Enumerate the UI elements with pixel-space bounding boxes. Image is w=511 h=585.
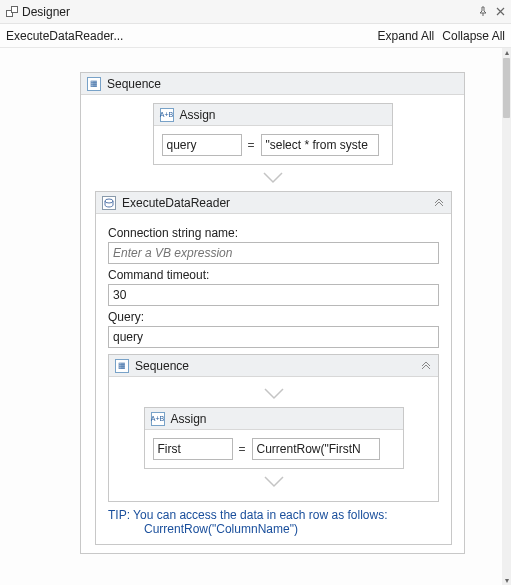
query-input[interactable] [108, 326, 439, 348]
database-icon [102, 196, 116, 210]
titlebar: Designer [0, 0, 511, 24]
assign-inner-left-input[interactable] [153, 438, 233, 460]
collapse-all-link[interactable]: Collapse All [442, 29, 505, 43]
designer-icon [6, 6, 18, 18]
tip-text: TIP: You can access the data in each row… [108, 508, 439, 536]
sequence-activity-inner[interactable]: ▦ Sequence A+B [108, 354, 439, 502]
sequence-activity-outer[interactable]: ▦ Sequence A+B Assign = [80, 72, 465, 554]
assign-activity-inner[interactable]: A+B Assign = [144, 407, 404, 469]
timeout-label: Command timeout: [108, 268, 439, 282]
expand-all-link[interactable]: Expand All [378, 29, 435, 43]
assign-inner-equals: = [239, 442, 246, 456]
sequence-icon: ▦ [87, 77, 101, 91]
conn-string-input[interactable] [108, 242, 439, 264]
scroll-down-icon[interactable]: ▾ [502, 576, 511, 585]
breadcrumb-path[interactable]: ExecuteDataReader... [6, 29, 378, 43]
flow-arrow-icon [263, 475, 285, 489]
collapse-chevron-icon[interactable] [433, 196, 445, 210]
assign-inner-right-input[interactable] [252, 438, 380, 460]
query-label: Query: [108, 310, 439, 324]
assign-outer-left-input[interactable] [162, 134, 242, 156]
sequence-inner-header[interactable]: ▦ Sequence [109, 355, 438, 377]
sequence-outer-header[interactable]: ▦ Sequence [81, 73, 464, 95]
edr-title: ExecuteDataReader [122, 196, 427, 210]
sequence-outer-title: Sequence [107, 77, 458, 91]
breadcrumb-bar: ExecuteDataReader... Expand All Collapse… [0, 24, 511, 48]
timeout-input[interactable] [108, 284, 439, 306]
vertical-scrollbar[interactable]: ▴ ▾ [502, 48, 511, 585]
svg-point-0 [105, 199, 113, 203]
scroll-up-icon[interactable]: ▴ [502, 48, 511, 57]
tip-line1: TIP: You can access the data in each row… [108, 508, 439, 522]
assign-icon: A+B [160, 108, 174, 122]
assign-inner-header[interactable]: A+B Assign [145, 408, 403, 430]
assign-outer-header[interactable]: A+B Assign [154, 104, 392, 126]
executedatareader-activity[interactable]: ExecuteDataReader Connection string name… [95, 191, 452, 545]
assign-outer-equals: = [248, 138, 255, 152]
assign-outer-right-input[interactable] [261, 134, 379, 156]
assign-icon: A+B [151, 412, 165, 426]
close-icon[interactable] [496, 5, 505, 19]
scroll-thumb[interactable] [503, 58, 510, 118]
tip-line2: CurrentRow("ColumnName") [108, 522, 439, 536]
flow-arrow-icon [262, 171, 284, 185]
conn-label: Connection string name: [108, 226, 439, 240]
assign-inner-title: Assign [171, 412, 397, 426]
assign-outer-title: Assign [180, 108, 386, 122]
assign-activity-outer[interactable]: A+B Assign = [153, 103, 393, 165]
pin-icon[interactable] [478, 5, 488, 19]
flow-arrow-icon [263, 387, 285, 401]
window-title: Designer [22, 5, 70, 19]
designer-canvas[interactable]: ▦ Sequence A+B Assign = [0, 48, 511, 585]
collapse-chevron-icon[interactable] [420, 359, 432, 373]
sequence-inner-title: Sequence [135, 359, 414, 373]
edr-header[interactable]: ExecuteDataReader [96, 192, 451, 214]
sequence-icon: ▦ [115, 359, 129, 373]
